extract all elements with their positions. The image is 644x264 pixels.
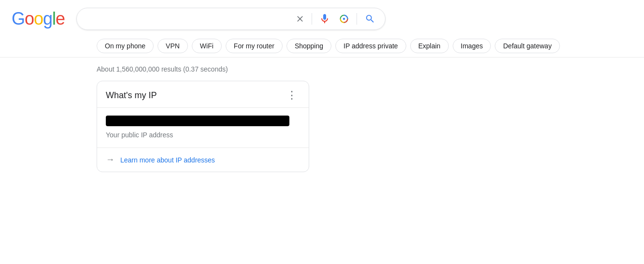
logo-letter-o1: o [25, 9, 34, 29]
logo-letter-e: e [56, 9, 65, 29]
search-icon [365, 14, 375, 24]
learn-more-link[interactable]: Learn more about IP addresses [120, 156, 215, 164]
ip-label: Your public IP address [106, 131, 300, 139]
clear-button[interactable] [294, 13, 306, 25]
logo-letter-l: l [52, 9, 56, 29]
chip-wifi[interactable]: WiFi [192, 39, 222, 53]
more-options-button[interactable]: ⋮ [284, 89, 300, 102]
chip-for-my-router[interactable]: For my router [226, 39, 283, 53]
chip-default-gateway[interactable]: Default gateway [495, 39, 559, 53]
arrow-icon: → [106, 155, 114, 165]
results-count: About 1,560,000,000 results (0.37 second… [97, 65, 319, 73]
chip-images[interactable]: Images [453, 39, 491, 53]
redacted-ip-bar [106, 116, 289, 126]
search-icons [294, 12, 377, 26]
snippet-card: What's my IP ⋮ Your public IP address → … [97, 81, 309, 172]
search-divider [312, 13, 312, 25]
chip-shopping[interactable]: Shopping [286, 39, 331, 53]
logo-letter-g2: g [43, 9, 52, 29]
results-area: About 1,560,000,000 results (0.37 second… [0, 58, 319, 180]
search-icons-divider [357, 13, 357, 25]
snippet-footer: → Learn more about IP addresses [97, 148, 309, 172]
search-bar: what is my ip address [76, 8, 386, 30]
chip-on-my-phone[interactable]: On my phone [97, 39, 154, 53]
microphone-icon [319, 13, 330, 25]
google-logo: Google [12, 9, 65, 29]
chip-vpn[interactable]: VPN [157, 39, 188, 53]
search-input[interactable]: what is my ip address [85, 15, 290, 23]
snippet-header: What's my IP ⋮ [97, 81, 309, 108]
logo-letter-o2: o [34, 9, 43, 29]
snippet-body: Your public IP address [97, 108, 309, 148]
close-icon [295, 14, 305, 24]
chip-explain[interactable]: Explain [410, 39, 449, 53]
logo-letter-g: G [12, 9, 25, 29]
svg-point-2 [343, 18, 345, 20]
header: Google what is my ip address [0, 0, 644, 35]
voice-search-button[interactable] [318, 12, 331, 26]
image-search-button[interactable] [337, 12, 351, 26]
snippet-title: What's my IP [106, 90, 157, 101]
chips-bar: On my phone VPN WiFi For my router Shopp… [0, 35, 644, 58]
search-submit-button[interactable] [363, 12, 377, 26]
more-dots-icon: ⋮ [286, 90, 297, 101]
chip-ip-address-private[interactable]: IP address private [335, 39, 406, 53]
lens-icon [338, 13, 350, 25]
